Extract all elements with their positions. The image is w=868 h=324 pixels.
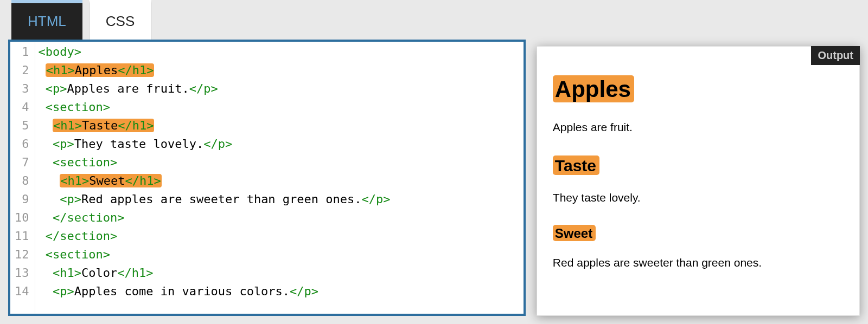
code-line[interactable]: <p>Apples come in various colors.</p> bbox=[39, 282, 520, 301]
code-indent bbox=[39, 100, 46, 114]
tab-html[interactable]: HTML bbox=[11, 0, 82, 40]
code-tag: </p> bbox=[203, 137, 232, 151]
output-p3: Red apples are sweeter than green ones. bbox=[553, 256, 844, 269]
output-label: Output bbox=[811, 46, 860, 65]
code-line[interactable]: <h1>Color</h1> bbox=[39, 264, 520, 282]
code-tag: </h1> bbox=[118, 119, 154, 132]
tab-css[interactable]: CSS bbox=[89, 0, 151, 40]
code-tag: <h1> bbox=[60, 174, 89, 187]
line-number: 10 bbox=[15, 209, 29, 227]
workspace: HTML CSS 1234567891011121314 <body> <h1>… bbox=[0, 0, 868, 324]
code-tag: <p> bbox=[60, 192, 81, 206]
line-number: 13 bbox=[15, 264, 29, 282]
line-number: 8 bbox=[15, 172, 29, 190]
output-body: Apples Apples are fruit. Taste They tast… bbox=[553, 61, 844, 269]
code-indent bbox=[39, 248, 46, 261]
line-number: 7 bbox=[15, 153, 29, 172]
code-text: Sweet bbox=[89, 174, 125, 187]
editor-pane: HTML CSS 1234567891011121314 <body> <h1>… bbox=[8, 0, 526, 316]
code-indent bbox=[39, 82, 46, 95]
output-p1: Apples are fruit. bbox=[553, 121, 844, 134]
line-number: 9 bbox=[15, 190, 29, 209]
line-gutter: 1234567891011121314 bbox=[10, 42, 35, 314]
code-text: Apples come in various colors. bbox=[74, 284, 290, 298]
code-line[interactable]: <h1>Sweet</h1> bbox=[39, 172, 520, 190]
code-tag: <section> bbox=[53, 155, 117, 169]
code-content[interactable]: <body> <h1>Apples</h1> <p>Apples are fru… bbox=[35, 42, 524, 314]
code-tag: <h1> bbox=[53, 266, 81, 280]
code-indent bbox=[39, 229, 46, 243]
output-h3-sweet: Sweet bbox=[553, 225, 596, 241]
code-line[interactable]: <body> bbox=[39, 43, 520, 61]
code-line[interactable]: <p>Red apples are sweeter than green one… bbox=[39, 190, 520, 209]
code-indent bbox=[39, 284, 53, 298]
code-tag: <h1> bbox=[46, 63, 75, 77]
code-line[interactable]: <section> bbox=[39, 153, 520, 172]
code-indent bbox=[39, 266, 53, 280]
code-tag: <h1> bbox=[53, 119, 82, 132]
code-tag: </h1> bbox=[125, 174, 161, 187]
code-tag: </p> bbox=[362, 192, 391, 206]
code-text: They taste lovely. bbox=[74, 137, 203, 151]
code-line[interactable]: </section> bbox=[39, 227, 520, 245]
code-tag: </p> bbox=[290, 284, 318, 298]
code-tag: </h1> bbox=[117, 266, 153, 280]
line-number: 5 bbox=[15, 116, 29, 135]
code-indent bbox=[39, 155, 53, 169]
line-number: 2 bbox=[15, 61, 29, 80]
editor-tabs: HTML CSS bbox=[8, 0, 526, 40]
code-line[interactable]: <section> bbox=[39, 98, 520, 116]
code-indent bbox=[39, 119, 53, 132]
code-line[interactable]: <h1>Taste</h1> bbox=[39, 116, 520, 135]
line-number: 12 bbox=[15, 245, 29, 264]
line-number: 3 bbox=[15, 80, 29, 98]
code-editor[interactable]: 1234567891011121314 <body> <h1>Apples</h… bbox=[8, 40, 526, 316]
output-h2-taste: Taste bbox=[553, 155, 599, 175]
code-tag: <p> bbox=[53, 284, 74, 298]
code-indent bbox=[39, 137, 53, 151]
highlighted-h1: <h1>Taste</h1> bbox=[53, 119, 154, 132]
code-line[interactable]: </section> bbox=[39, 209, 520, 227]
code-tag: </section> bbox=[46, 229, 117, 243]
code-tag: <p> bbox=[46, 82, 67, 95]
code-indent bbox=[39, 174, 60, 187]
highlighted-h1: <h1>Apples</h1> bbox=[46, 63, 155, 77]
code-text: Taste bbox=[82, 119, 118, 132]
code-text: Color bbox=[81, 266, 117, 280]
line-number: 11 bbox=[15, 227, 29, 245]
code-line[interactable]: <p>Apples are fruit.</p> bbox=[39, 80, 520, 98]
code-indent bbox=[39, 63, 46, 77]
line-number: 14 bbox=[15, 282, 29, 301]
code-indent bbox=[39, 192, 60, 206]
code-tag: <p> bbox=[53, 137, 74, 151]
code-text: Apples bbox=[75, 63, 118, 77]
code-tag: <section> bbox=[46, 100, 110, 114]
highlighted-h1: <h1>Sweet</h1> bbox=[60, 174, 161, 187]
code-tag: </section> bbox=[53, 211, 124, 224]
code-line[interactable]: <section> bbox=[39, 245, 520, 264]
line-number: 6 bbox=[15, 135, 29, 153]
line-number: 1 bbox=[15, 43, 29, 61]
code-tag: <body> bbox=[39, 45, 81, 59]
code-indent bbox=[39, 211, 53, 224]
output-p2: They taste lovely. bbox=[553, 191, 844, 204]
code-tag: <section> bbox=[46, 248, 110, 261]
output-panel: Output Apples Apples are fruit. Taste Th… bbox=[537, 46, 860, 316]
code-text: Red apples are sweeter than green ones. bbox=[81, 192, 362, 206]
code-text: Apples are fruit. bbox=[67, 82, 189, 95]
line-number: 4 bbox=[15, 98, 29, 116]
code-tag: </h1> bbox=[118, 63, 154, 77]
output-h1-apples: Apples bbox=[553, 75, 634, 102]
code-line[interactable]: <p>They taste lovely.</p> bbox=[39, 135, 520, 153]
code-tag: </p> bbox=[189, 82, 218, 95]
output-pane: Output Apples Apples are fruit. Taste Th… bbox=[537, 0, 860, 316]
code-line[interactable]: <h1>Apples</h1> bbox=[39, 61, 520, 80]
